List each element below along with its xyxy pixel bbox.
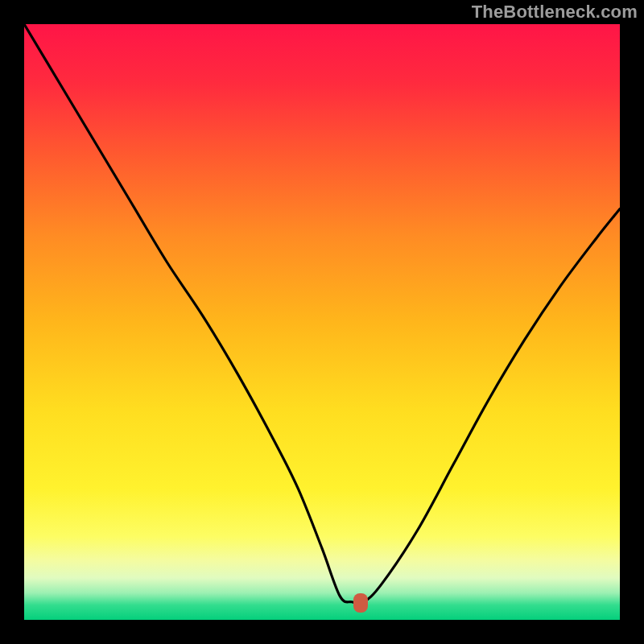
watermark-text: TheBottleneck.com (472, 2, 638, 23)
chart-frame: TheBottleneck.com (0, 0, 644, 644)
optimal-point-marker (353, 593, 368, 613)
plot-area (24, 24, 620, 620)
bottleneck-curve (24, 24, 620, 620)
